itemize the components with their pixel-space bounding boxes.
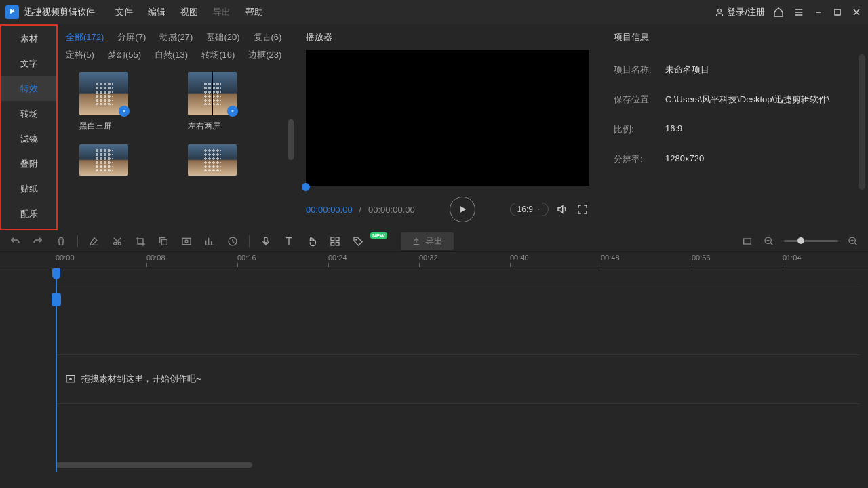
svg-point-0 [718, 9, 722, 12]
filter-retro[interactable]: 复古(6) [254, 31, 282, 43]
asset-panel: 全部(172) 分屏(7) 动感(27) 基础(20) 复古(6) 定格(5) … [58, 24, 295, 230]
stats-tool[interactable] [203, 235, 216, 248]
menu-edit[interactable]: 编辑 [141, 3, 172, 21]
menu-view[interactable]: 视图 [174, 3, 205, 21]
timeline-toolbar: NEW 导出 [0, 230, 868, 252]
volume-button[interactable] [555, 203, 569, 216]
cut-tool[interactable] [111, 235, 124, 248]
svg-point-6 [185, 240, 188, 243]
ruler-mark: 00:24 [328, 253, 347, 262]
proj-ratio-value: 16:9 [665, 123, 682, 136]
current-time: 00:00:00.00 [306, 205, 353, 215]
timeline-tracks[interactable]: 拖拽素材到这里，开始创作吧~ [0, 268, 868, 472]
effect-item[interactable]: 黑白三屏 [79, 72, 140, 132]
filter-basic[interactable]: 基础(20) [206, 31, 239, 43]
filter-split[interactable]: 分屏(7) [117, 31, 146, 43]
zoom-handle[interactable] [797, 237, 804, 244]
sidebar-item-effects[interactable]: 特效 [1, 76, 56, 101]
filter-dream[interactable]: 梦幻(55) [108, 49, 141, 61]
player-controls: 00:00:00.00 / 00:00:00.00 16:9 [295, 188, 600, 230]
ruler-mark: 00:48 [601, 253, 620, 262]
layers-tool[interactable] [328, 235, 342, 248]
playhead[interactable] [56, 268, 57, 472]
sidebar-item-text[interactable]: 文字 [1, 51, 56, 76]
timeline-h-scrollbar[interactable] [56, 462, 252, 468]
home-button[interactable] [772, 5, 785, 19]
menu-hamburger-button[interactable] [792, 5, 806, 19]
aspect-ratio-selector[interactable]: 16:9 [510, 203, 549, 216]
new-badge: NEW [370, 232, 387, 239]
close-button[interactable] [850, 6, 863, 18]
mic-tool[interactable] [259, 235, 273, 248]
asset-scrollbar[interactable] [288, 119, 294, 160]
project-scrollbar[interactable] [859, 54, 865, 190]
sidebar-item-sticker[interactable]: 贴纸 [1, 176, 56, 201]
zoom-in-button[interactable] [846, 235, 860, 248]
sidebar-item-material[interactable]: 素材 [1, 26, 56, 51]
player-progress[interactable] [306, 186, 589, 188]
export-button[interactable]: 导出 [401, 232, 454, 250]
app-title: 迅捷视频剪辑软件 [24, 6, 95, 18]
sidebar-item-overlay[interactable]: 叠附 [1, 151, 56, 176]
filter-tags: 全部(172) 分屏(7) 动感(27) 基础(20) 复古(6) 定格(5) … [66, 31, 287, 61]
zoom-slider[interactable] [784, 240, 838, 242]
menubar: 文件 编辑 视图 导出 帮助 [108, 3, 270, 21]
undo-button[interactable] [8, 235, 22, 248]
tag-tool[interactable] [351, 235, 365, 248]
maximize-button[interactable] [831, 6, 844, 18]
add-clip-icon [65, 373, 76, 384]
menu-file[interactable]: 文件 [108, 3, 140, 21]
filter-dynamic[interactable]: 动感(27) [159, 31, 193, 43]
login-button[interactable]: 登录/注册 [715, 6, 765, 18]
copy-tool[interactable] [157, 235, 170, 248]
proj-name-label: 项目名称: [614, 64, 665, 76]
ruler-mark: 00:32 [419, 253, 438, 262]
redo-button[interactable] [31, 235, 45, 248]
filter-freeze[interactable]: 定格(5) [66, 49, 94, 61]
sidebar-item-music[interactable]: 配乐 [1, 201, 56, 226]
effect-grid: 黑白三屏 左右两屏 [66, 72, 287, 132]
fullscreen-button[interactable] [576, 203, 589, 216]
ruler-mark: 00:16 [237, 253, 256, 262]
proj-path-label: 保存位置: [614, 94, 665, 106]
filter-transition[interactable]: 转场(16) [201, 49, 235, 61]
filter-nature[interactable]: 自然(13) [155, 49, 188, 61]
play-button[interactable] [450, 197, 475, 222]
effect-item[interactable]: 左右两屏 [188, 72, 249, 132]
effect-item[interactable] [79, 144, 140, 181]
edit-tool[interactable] [87, 235, 101, 248]
filter-all[interactable]: 全部(172) [66, 31, 104, 43]
player-screen[interactable] [306, 50, 589, 186]
hand-tool[interactable] [305, 235, 319, 248]
menu-export: 导出 [206, 3, 237, 21]
sidebar-item-filter[interactable]: 滤镜 [1, 126, 56, 151]
ruler-mark: 00:56 [692, 253, 711, 262]
track-row-main[interactable]: 拖拽素材到这里，开始创作吧~ [56, 355, 860, 404]
track-row[interactable] [56, 287, 860, 355]
svg-rect-14 [744, 239, 751, 244]
menu-help[interactable]: 帮助 [239, 3, 270, 21]
track-row[interactable] [56, 268, 860, 287]
filter-border[interactable]: 边框(23) [248, 49, 281, 61]
svg-rect-8 [264, 237, 267, 243]
text-tool[interactable] [282, 235, 296, 248]
effect-item[interactable] [188, 144, 249, 181]
screenshot-tool[interactable] [180, 235, 193, 248]
track-row[interactable] [56, 404, 860, 465]
ruler-mark: 00:00 [56, 253, 75, 262]
sidebar-item-transition[interactable]: 转场 [1, 101, 56, 126]
timeline-ruler[interactable]: 00:00 00:08 00:16 00:24 00:32 00:40 00:4… [0, 252, 868, 268]
minimize-button[interactable] [812, 6, 825, 18]
proj-res-value: 868x488 [665, 153, 704, 165]
fit-tool[interactable] [741, 235, 754, 248]
svg-rect-10 [336, 237, 339, 241]
crop-tool[interactable] [134, 235, 147, 248]
player-header: 播放器 [295, 24, 600, 50]
total-time: 00:00:00.00 [368, 205, 415, 215]
zoom-out-button[interactable] [762, 235, 776, 248]
playhead-handle[interactable] [52, 293, 61, 306]
progress-handle[interactable] [302, 183, 310, 191]
delete-button[interactable] [54, 235, 68, 248]
effect-thumb [79, 72, 128, 115]
speed-tool[interactable] [226, 235, 239, 248]
